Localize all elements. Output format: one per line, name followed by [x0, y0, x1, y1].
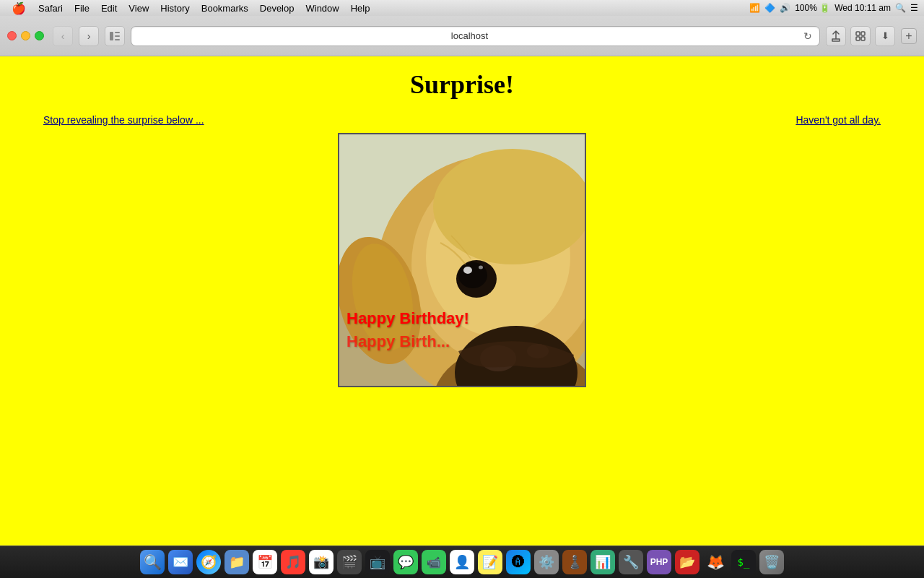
minimize-button[interactable] — [21, 31, 30, 40]
menu-safari[interactable]: Safari — [33, 0, 68, 16]
browser-chrome: ‹ › localhost ↻ — [0, 16, 924, 56]
tab-view-button[interactable] — [850, 26, 871, 46]
battery-status: 100% 🔋 — [795, 3, 830, 13]
address-bar-text[interactable]: localhost — [137, 30, 802, 41]
svg-rect-1 — [115, 32, 120, 33]
dock-icon-php[interactable]: PHP — [646, 549, 672, 575]
dock-icon-safari[interactable]: 🧭 — [196, 549, 222, 575]
share-button[interactable] — [826, 26, 846, 46]
webpage: Surprise! Stop revealing the surprise be… — [0, 56, 924, 545]
dock-icon-terminal[interactable]: $_ — [731, 549, 757, 575]
page-title: Surprise! — [0, 56, 924, 100]
svg-point-24 — [479, 266, 483, 269]
menu-history[interactable]: History — [155, 0, 194, 16]
hurry-link[interactable]: Haven't got all day. — [796, 114, 881, 126]
dock-icon-messages[interactable]: 💬 — [393, 549, 419, 575]
dock-icon-facetime[interactable]: 📹 — [421, 549, 447, 575]
sidebar-toggle-button[interactable] — [105, 26, 125, 46]
forward-button[interactable]: › — [79, 26, 99, 46]
new-tab-button[interactable]: + — [901, 28, 917, 44]
svg-point-22 — [458, 262, 487, 288]
menu-window[interactable]: Window — [300, 0, 344, 16]
dock-icon-notes[interactable]: 📝 — [477, 549, 503, 575]
close-button[interactable] — [7, 31, 17, 40]
dock-icon-firefox[interactable]: 🦊 — [702, 549, 728, 575]
svg-point-14 — [433, 149, 586, 264]
svg-rect-3 — [115, 39, 120, 40]
menu-bookmarks[interactable]: Bookmarks — [196, 0, 253, 16]
search-icon[interactable]: 🔍 — [895, 3, 906, 13]
dock-icon-tv[interactable]: 📺 — [365, 549, 391, 575]
dock-icon-music[interactable]: 🎵 — [280, 549, 306, 575]
page-links: Stop revealing the surprise below ... Ha… — [0, 100, 924, 126]
dock: 🔍 ✉️ 🧭 📁 📅 🎵 📸 🎬 📺 💬 📹 👤 📝 🅐 ⚙️ ♟️ — [0, 545, 924, 578]
menu-help[interactable]: Help — [346, 0, 375, 16]
maximize-button[interactable] — [35, 31, 44, 40]
dock-icon-trash[interactable]: 🗑️ — [759, 549, 785, 575]
svg-rect-6 — [856, 37, 860, 40]
menu-file[interactable]: File — [69, 0, 95, 16]
menu-bar: 🍎 Safari File Edit View History Bookmark… — [0, 0, 924, 16]
address-bar-container: localhost ↻ — [131, 26, 820, 46]
menu-develop[interactable]: Develop — [255, 0, 300, 16]
back-button[interactable]: ‹ — [53, 26, 73, 46]
svg-rect-7 — [861, 37, 865, 40]
downloads-button[interactable]: ⬇ — [875, 26, 895, 46]
svg-rect-4 — [856, 32, 860, 35]
dock-icon-contacts[interactable]: 👤 — [449, 549, 475, 575]
dock-icon-settings[interactable]: ⚙️ — [533, 549, 559, 575]
dock-icon-finder[interactable]: 🔍 — [139, 549, 165, 575]
birthday-text-1: Happy Birthday! — [346, 309, 469, 328]
dock-icon-appstore[interactable]: 🅐 — [505, 549, 531, 575]
dock-icon-photos[interactable]: 📸 — [308, 549, 334, 575]
svg-rect-5 — [861, 32, 865, 35]
clock: Wed 10:11 am — [834, 3, 891, 13]
stop-link[interactable]: Stop revealing the surprise below ... — [43, 114, 204, 126]
svg-point-23 — [463, 267, 472, 274]
dock-icon-calendar[interactable]: 📅 — [252, 549, 278, 575]
dock-icon-imovie[interactable]: 🎬 — [336, 549, 362, 575]
menu-bar-left: 🍎 Safari File Edit View History Bookmark… — [6, 0, 375, 16]
reload-button[interactable]: ↻ — [802, 30, 814, 42]
wifi-icon: 📶 — [749, 3, 760, 13]
browser-toolbar: ‹ › localhost ↻ — [0, 16, 924, 56]
notification-icon[interactable]: ☰ — [910, 3, 918, 13]
dock-icon-mail[interactable]: ✉️ — [167, 549, 193, 575]
dog-image: Happy Birthday! Happy Birth... — [338, 133, 586, 387]
svg-rect-2 — [115, 35, 120, 37]
dock-icon-numbers[interactable]: 📊 — [590, 549, 616, 575]
menu-bar-right: 📶 🔷 🔊 100% 🔋 Wed 10:11 am 🔍 ☰ — [749, 3, 918, 13]
dog-image-container: Happy Birthday! Happy Birth... — [0, 133, 924, 387]
dock-icon-utilities[interactable]: 🔧 — [618, 549, 644, 575]
volume-icon: 🔊 — [780, 3, 790, 13]
svg-rect-0 — [110, 32, 113, 40]
birthday-text-2: Happy Birth... — [346, 332, 450, 351]
menu-view[interactable]: View — [123, 0, 154, 16]
bluetooth-icon: 🔷 — [764, 3, 775, 13]
traffic-lights — [7, 31, 44, 40]
dock-icon-filezilla[interactable]: 📂 — [674, 549, 700, 575]
apple-menu[interactable]: 🍎 — [6, 0, 32, 16]
browser-actions: ⬇ — [826, 26, 895, 46]
dock-icon-chess[interactable]: ♟️ — [562, 549, 588, 575]
dock-icon-files[interactable]: 📁 — [224, 549, 250, 575]
menu-edit[interactable]: Edit — [96, 0, 122, 16]
